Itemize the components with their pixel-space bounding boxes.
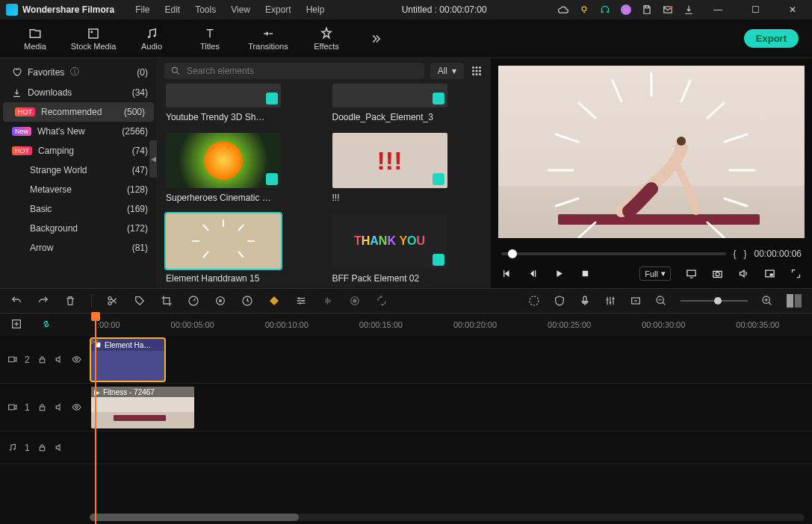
- download-button[interactable]: [433, 254, 444, 266]
- sidebar-item-background[interactable]: Background(172): [0, 219, 157, 238]
- tab-titles[interactable]: Titles: [181, 27, 239, 51]
- clip-effect[interactable]: Element Ha…: [91, 339, 164, 381]
- add-track-icon[interactable]: [10, 318, 22, 330]
- mail-icon[interactable]: [663, 4, 673, 15]
- audio-edit-icon[interactable]: [322, 295, 334, 307]
- card-thumbnail[interactable]: THANK YOU: [332, 213, 447, 269]
- card-thumbnail[interactable]: [166, 213, 281, 269]
- visibility-icon[interactable]: [72, 355, 81, 364]
- history-icon[interactable]: [241, 295, 253, 307]
- render-icon[interactable]: [528, 295, 540, 307]
- timeline-ruler[interactable]: ✂ :00:00 00:00:05:00 00:00:10:00 00:00:1…: [0, 314, 812, 336]
- preview-viewport[interactable]: [498, 66, 805, 238]
- tab-media[interactable]: Media: [6, 27, 64, 51]
- sidebar-item-downloads[interactable]: Downloads(34): [0, 83, 157, 102]
- menu-view[interactable]: View: [225, 3, 256, 16]
- more-tabs-icon[interactable]: [369, 32, 382, 46]
- download-app-icon[interactable]: [684, 4, 694, 15]
- lock-icon[interactable]: [37, 355, 47, 364]
- panel-layout-icon[interactable]: [787, 294, 802, 308]
- tag-icon[interactable]: [134, 295, 146, 307]
- tab-transitions[interactable]: Transitions: [239, 27, 297, 51]
- info-icon[interactable]: ⓘ: [70, 66, 79, 78]
- sidebar-item-basic[interactable]: Basic(169): [0, 199, 157, 219]
- sidebar-item-arrow[interactable]: Arrow(81): [0, 238, 157, 258]
- split-icon[interactable]: [107, 295, 119, 307]
- tab-effects[interactable]: Effects: [297, 27, 356, 51]
- playback-quality-dropdown[interactable]: Full▾: [639, 266, 671, 281]
- element-card[interactable]: Doodle_Pack_Element_3: [332, 84, 447, 122]
- refresh-icon[interactable]: [376, 295, 388, 307]
- search-input[interactable]: [187, 66, 418, 76]
- redo-icon[interactable]: [37, 295, 49, 307]
- element-card[interactable]: THANK YOUBFF Pack Element 02: [332, 213, 447, 284]
- account-icon[interactable]: [621, 4, 631, 15]
- speed-icon[interactable]: [187, 295, 199, 307]
- window-minimize[interactable]: —: [704, 4, 731, 15]
- cloud-icon[interactable]: [558, 4, 568, 15]
- download-button[interactable]: [266, 93, 278, 105]
- menu-tools[interactable]: Tools: [189, 3, 222, 16]
- card-thumbnail[interactable]: [166, 133, 281, 188]
- grid-view-icon[interactable]: [470, 64, 483, 78]
- sidebar-item-camping[interactable]: HOTCamping(74): [0, 141, 157, 160]
- filter-dropdown[interactable]: All▾: [430, 63, 464, 79]
- crop-icon[interactable]: [161, 295, 173, 307]
- element-card[interactable]: Youtube Trendy 3D Sh…: [166, 84, 281, 122]
- display-icon[interactable]: [686, 268, 697, 279]
- export-button[interactable]: Export: [744, 29, 799, 48]
- pip-icon[interactable]: [764, 268, 775, 279]
- lock-icon[interactable]: [37, 402, 47, 412]
- marker-shield-icon[interactable]: [554, 295, 565, 307]
- menu-help[interactable]: Help: [300, 3, 331, 16]
- sidebar-collapse-handle[interactable]: ◀: [149, 140, 157, 178]
- video-track-2[interactable]: 2 Element Ha…: [0, 336, 812, 384]
- fullscreen-icon[interactable]: [790, 268, 802, 279]
- mark-in-icon[interactable]: {: [734, 249, 737, 259]
- voiceover-mic-icon[interactable]: [579, 295, 591, 307]
- mark-out-icon[interactable]: }: [744, 249, 747, 259]
- delete-icon[interactable]: [64, 295, 76, 307]
- playhead[interactable]: ✂: [95, 314, 96, 524]
- download-button[interactable]: [266, 173, 278, 185]
- tab-audio[interactable]: Audio: [123, 27, 181, 51]
- window-maximize[interactable]: ☐: [742, 4, 769, 15]
- fit-icon[interactable]: [630, 295, 642, 307]
- card-thumbnail[interactable]: !!!: [332, 133, 447, 188]
- undo-icon[interactable]: [10, 295, 22, 307]
- color-icon[interactable]: [214, 295, 226, 307]
- timeline-scrollbar[interactable]: [90, 514, 805, 521]
- headphones-icon[interactable]: [600, 4, 610, 15]
- snapshot-icon[interactable]: [712, 268, 723, 279]
- step-back-button[interactable]: [527, 268, 539, 279]
- zoom-in-icon[interactable]: [761, 295, 773, 307]
- element-card[interactable]: Superheroes Cinematic …: [166, 133, 281, 203]
- link-icon[interactable]: [40, 318, 52, 330]
- mute-icon[interactable]: [55, 443, 64, 452]
- visibility-icon[interactable]: [72, 402, 81, 412]
- clip-video[interactable]: ▶Fitness - 72467: [91, 387, 194, 428]
- audio-track-1[interactable]: 1: [0, 431, 812, 464]
- sidebar-item-metaverse[interactable]: Metaverse(128): [0, 180, 157, 199]
- card-thumbnail[interactable]: [166, 84, 281, 107]
- play-button[interactable]: [554, 268, 565, 279]
- volume-icon[interactable]: [738, 268, 749, 279]
- mute-icon[interactable]: [55, 355, 64, 364]
- lightbulb-icon[interactable]: [579, 4, 589, 15]
- sidebar-item-favorites[interactable]: Favoritesⓘ(0): [0, 61, 157, 83]
- preview-seek-bar[interactable]: [501, 252, 726, 255]
- mute-icon[interactable]: [55, 402, 64, 412]
- element-card[interactable]: !!!!!!: [332, 133, 447, 203]
- prev-frame-button[interactable]: [501, 268, 512, 279]
- scissors-icon[interactable]: ✂: [90, 336, 99, 348]
- zoom-slider[interactable]: [681, 300, 748, 302]
- lock-icon[interactable]: [37, 443, 47, 452]
- menu-file[interactable]: File: [129, 3, 155, 16]
- sidebar-item-what-s-new[interactable]: NewWhat's New(2566): [0, 122, 157, 141]
- stop-button[interactable]: [580, 268, 591, 279]
- search-box[interactable]: [164, 63, 424, 79]
- tab-stock-media[interactable]: Stock Media: [64, 27, 123, 51]
- adjust-icon[interactable]: [295, 295, 307, 307]
- menu-export[interactable]: Export: [259, 3, 297, 16]
- card-thumbnail[interactable]: [332, 84, 447, 107]
